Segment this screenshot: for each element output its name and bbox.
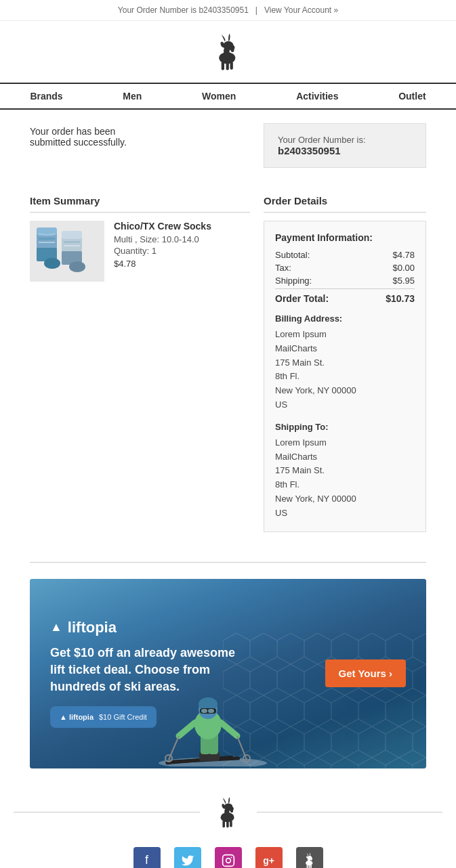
order-details-col: Order Details Payment Information: Subto… — [264, 195, 426, 532]
tax-value: $0.00 — [392, 263, 415, 273]
shipping-street: 175 Main St. — [275, 464, 415, 478]
gift-card-display: ▲ liftopia $10 Gift Credit — [50, 706, 157, 728]
top-bar: Your Order Number is b2403350951 | View … — [0, 0, 456, 21]
footer-logo-icon — [213, 796, 243, 829]
footer-line-right — [257, 812, 443, 812]
logo-area — [0, 21, 456, 83]
googleplus-icon[interactable]: g+ — [255, 847, 283, 868]
svg-rect-48 — [226, 821, 229, 827]
svg-rect-47 — [222, 821, 225, 827]
item-summary-header: Item Summary — [30, 195, 250, 213]
liftopia-name: liftopia — [68, 619, 117, 636]
backcountry-logo-icon — [208, 32, 249, 72]
get-yours-button[interactable]: Get Yours › — [325, 659, 406, 687]
svg-rect-61 — [310, 865, 312, 868]
success-row: Your order has been submitted successful… — [30, 123, 426, 181]
instagram-icon[interactable] — [215, 847, 242, 868]
liftopia-logo: ▲ liftopia — [50, 619, 246, 636]
main-divider — [30, 562, 426, 563]
payment-title: Payment Information: — [275, 232, 415, 243]
svg-rect-40 — [201, 709, 207, 713]
item-quantity: Quantity: 1 — [114, 246, 211, 256]
socks-image-icon — [33, 224, 101, 278]
billing-address-title: Billing Address: — [275, 313, 415, 324]
billing-street: 175 Main St. — [275, 356, 415, 370]
success-left: Your order has been submitted successful… — [30, 123, 142, 161]
item-image — [30, 221, 104, 282]
svg-point-50 — [230, 808, 232, 812]
svg-point-12 — [44, 258, 60, 269]
total-label: Order Total: — [275, 293, 329, 304]
main-nav: Brands Men Women Activities Outlet — [0, 83, 456, 110]
liftopia-banner: ▲ liftopia Get $10 off an already awesom… — [30, 579, 426, 768]
order-number-label: Your Order Number is: — [278, 135, 412, 145]
shipping-country: US — [275, 506, 415, 521]
success-message: Your order has been submitted successful… — [30, 126, 142, 148]
order-details-box: Payment Information: Subtotal: $4.78 Tax… — [264, 221, 426, 532]
nav-outlet[interactable]: Outlet — [385, 84, 439, 108]
subtotal-label: Subtotal: — [275, 250, 310, 260]
shipping-floor: 8th Fl. — [275, 478, 415, 492]
billing-company: MailCharts — [275, 342, 415, 356]
svg-rect-41 — [208, 709, 214, 713]
svg-rect-19 — [64, 241, 80, 243]
item-name: Chico/TX Crew Socks — [114, 221, 211, 232]
svg-point-18 — [69, 261, 85, 272]
order-number-box: Your Order Number is: b2403350951 — [155, 123, 426, 181]
item-summary-col: Item Summary — [30, 195, 250, 532]
liftopia-logo-icon: ▲ — [50, 620, 62, 634]
nav-men[interactable]: Men — [109, 84, 155, 108]
order-number-text: Your Order Number is b2403350951 — [118, 5, 249, 15]
shipping-city: New York, NY 00000 — [275, 492, 415, 506]
backcountry-social-icon[interactable] — [296, 847, 323, 868]
svg-point-8 — [230, 47, 234, 52]
main-content: Your order has been submitted successful… — [0, 110, 456, 546]
footer-logo-area — [0, 782, 456, 836]
order-number-value: b2403350951 — [278, 145, 412, 156]
svg-rect-6 — [226, 62, 228, 70]
nav-activities[interactable]: Activities — [283, 84, 352, 108]
shipping-row: Shipping: $5.95 — [275, 276, 415, 286]
svg-line-31 — [179, 722, 195, 736]
shipping-company: MailCharts — [275, 450, 415, 464]
shipping-address-title: Shipping To: — [275, 422, 415, 432]
total-value: $10.73 — [386, 293, 415, 304]
skier-image — [152, 658, 274, 768]
subtotal-row: Subtotal: $4.78 — [275, 250, 415, 260]
subtotal-value: $4.78 — [392, 250, 415, 260]
billing-address: Lorem Ipsum MailCharts 175 Main St. 8th … — [275, 328, 415, 412]
nav-women[interactable]: Women — [188, 84, 249, 108]
svg-point-52 — [226, 858, 230, 863]
billing-country: US — [275, 398, 415, 412]
svg-line-34 — [237, 736, 247, 760]
svg-rect-14 — [39, 242, 55, 243]
billing-name: Lorem Ipsum — [275, 328, 415, 342]
item-details: Chico/TX Crew Socks Multi , Size: 10.0-1… — [114, 221, 211, 269]
svg-rect-59 — [306, 865, 308, 868]
svg-rect-13 — [39, 238, 55, 240]
tax-label: Tax: — [275, 263, 291, 273]
billing-city: New York, NY 00000 — [275, 384, 415, 398]
banner-right[interactable]: Get Yours › — [325, 659, 406, 687]
tax-row: Tax: $0.00 — [275, 263, 415, 273]
item-variant: Multi , Size: 10.0-14.0 — [114, 234, 211, 244]
svg-rect-5 — [221, 62, 224, 70]
svg-point-62 — [310, 859, 312, 861]
svg-rect-16 — [62, 231, 82, 239]
svg-rect-49 — [230, 821, 232, 827]
svg-rect-7 — [230, 62, 232, 70]
svg-line-33 — [169, 736, 179, 760]
nav-brands[interactable]: Brands — [16, 84, 76, 108]
total-row: Order Total: $10.73 — [275, 288, 415, 304]
svg-rect-51 — [222, 854, 234, 866]
shipping-name: Lorem Ipsum — [275, 436, 415, 450]
gift-card-logo-icon: ▲ liftopia — [60, 713, 94, 721]
shipping-address: Lorem Ipsum MailCharts 175 Main St. 8th … — [275, 436, 415, 521]
svg-point-53 — [230, 856, 232, 858]
shipping-label: Shipping: — [275, 276, 312, 286]
item-price: $4.78 — [114, 259, 211, 269]
social-icons-bar: f g+ — [0, 836, 456, 868]
facebook-icon[interactable]: f — [133, 847, 161, 868]
twitter-icon[interactable] — [174, 847, 201, 868]
view-account-link[interactable]: View Your Account » — [264, 5, 338, 15]
